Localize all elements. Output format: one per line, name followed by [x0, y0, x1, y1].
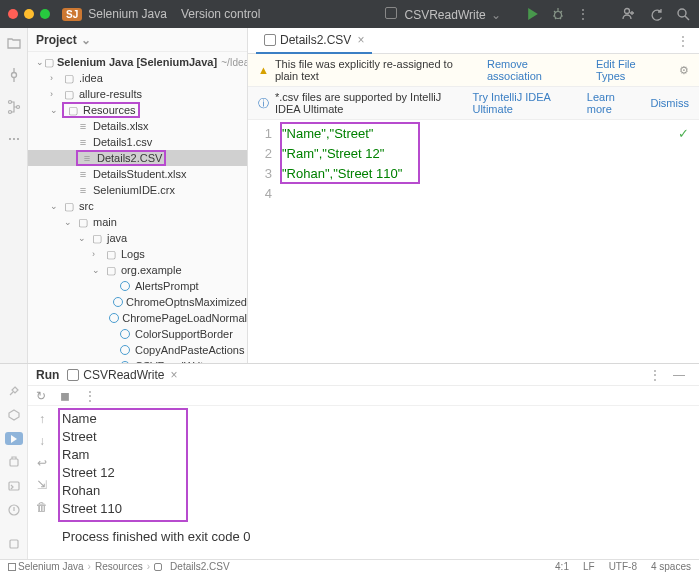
encoding[interactable]: UTF-8 [609, 561, 637, 572]
run-toolbar: ↻ ◼ ⋮ [28, 386, 699, 406]
console-output[interactable]: NameStreetRamStreet 12RohanStreet 110Pro… [56, 406, 699, 559]
indent[interactable]: 4 spaces [651, 561, 691, 572]
scroll-icon[interactable]: ⇲ [37, 478, 47, 492]
reassigned-banner: ▲ This file was explicitly re-assigned t… [248, 54, 699, 87]
editor-area: Details2.CSV × ⋮ ▲ This file was explici… [248, 28, 699, 363]
breadcrumb[interactable]: Selenium Java › Resources › Details2.CSV [18, 561, 230, 572]
run-more-icon[interactable]: ⋮ [643, 368, 667, 382]
tree-row[interactable]: ⌄▢java [28, 230, 247, 246]
tree-row[interactable]: CSVReadWrite [28, 358, 247, 363]
search-icon[interactable] [676, 7, 691, 22]
folder-icon: ▢ [62, 72, 76, 85]
tree-label: java [107, 232, 127, 244]
folder-icon: ▢ [62, 88, 76, 101]
console-side-toolbar: ↑ ↓ ↩ ⇲ 🗑 [28, 406, 56, 559]
tree-label: main [93, 216, 117, 228]
tree-row[interactable]: ›▢Logs [28, 246, 247, 262]
tree-row[interactable]: ColorSupportBorder [28, 326, 247, 342]
wrap-icon[interactable]: ↩ [37, 456, 47, 470]
build-tool-icon[interactable] [5, 384, 23, 398]
terminal-tool-icon[interactable] [5, 479, 23, 493]
more-actions-icon[interactable]: ⋮ [84, 389, 98, 403]
tree-row[interactable]: ChromePageLoadNormal [28, 310, 247, 326]
close-window-icon[interactable] [8, 9, 18, 19]
edit-file-types-link[interactable]: Edit File Types [596, 58, 660, 82]
close-icon[interactable]: × [357, 33, 364, 47]
tree-row[interactable]: ≡Details2.CSV [28, 150, 247, 166]
tree-row[interactable]: ChromeOptnsMaximized [28, 294, 247, 310]
commit-tool-icon[interactable] [5, 66, 23, 84]
tree-row[interactable]: ›▢allure-results [28, 86, 247, 102]
code-line: "Rohan","Street 110" [282, 164, 699, 184]
check-icon[interactable]: ✓ [678, 126, 689, 141]
problems-tool-icon[interactable] [5, 503, 23, 517]
dismiss-link[interactable]: Dismiss [650, 97, 689, 109]
vcs-tool-icon[interactable] [5, 537, 23, 551]
project-tool-icon[interactable] [5, 34, 23, 52]
tree-label: Logs [121, 248, 145, 260]
tree-row[interactable]: ›▢.idea [28, 70, 247, 86]
run-button[interactable] [527, 8, 539, 20]
nav-bar-icon[interactable] [8, 563, 16, 571]
tree-label: allure-results [79, 88, 142, 100]
tree-row[interactable]: ⌄▢Resources [28, 102, 247, 118]
more-tools-icon[interactable]: ⋯ [5, 130, 23, 148]
file-icon [154, 563, 162, 571]
more-button[interactable]: ⋮ [577, 7, 589, 21]
down-icon[interactable]: ↓ [39, 434, 45, 448]
tree-row[interactable]: ≡SeleniumIDE.crx [28, 182, 247, 198]
maximize-window-icon[interactable] [40, 9, 50, 19]
try-ultimate-link[interactable]: Try IntelliJ IDEA Ultimate [472, 91, 567, 115]
vcs-menu[interactable]: Version control [181, 7, 260, 21]
debug-button[interactable] [551, 7, 565, 21]
code-body[interactable]: "Name","Street""Ram","Street 12""Rohan",… [282, 120, 699, 363]
line-separator[interactable]: LF [583, 561, 595, 572]
folder-icon: ▢ [76, 216, 90, 229]
run-tool-icon[interactable] [5, 432, 23, 445]
java-class-icon [118, 345, 132, 355]
close-icon[interactable]: × [170, 368, 177, 382]
tree-row[interactable]: ≡DetailsStudent.xlsx [28, 166, 247, 182]
tree-label: Details.xlsx [93, 120, 149, 132]
clear-icon[interactable]: 🗑 [36, 500, 48, 514]
remove-association-link[interactable]: Remove association [487, 58, 575, 82]
tree-label: CSVReadWrite [135, 360, 209, 363]
tree-label: ChromeOptnsMaximized [126, 296, 247, 308]
file-icon: ≡ [80, 152, 94, 164]
tree-root[interactable]: ⌄ ▢ Selenium Java [SeleniumJava] ~/IdeaP… [28, 54, 247, 70]
learn-more-link[interactable]: Learn more [587, 91, 631, 115]
project-panel-header[interactable]: Project ⌄ [28, 28, 247, 52]
tree-row[interactable]: ⌄▢src [28, 198, 247, 214]
minimize-window-icon[interactable] [24, 9, 34, 19]
caret-position[interactable]: 4:1 [555, 561, 569, 572]
code-editor[interactable]: 1234 "Name","Street""Ram","Street 12""Ro… [248, 120, 699, 363]
code-line: "Ram","Street 12" [282, 144, 699, 164]
project-name[interactable]: Selenium Java [88, 7, 167, 21]
tree-row[interactable]: CopyAndPasteActions [28, 342, 247, 358]
services-tool-icon[interactable] [5, 408, 23, 422]
user-icon[interactable] [621, 6, 637, 22]
tree-row[interactable]: ≡Details.xlsx [28, 118, 247, 134]
console-line: Street 110 [62, 500, 693, 518]
folder-icon: ▢ [62, 200, 76, 213]
tree-row[interactable]: AlertsPrompt [28, 278, 247, 294]
gear-icon[interactable]: ⚙ [679, 64, 689, 77]
tree-row[interactable]: ⌄▢main [28, 214, 247, 230]
left-tool-rail: ⋯ [0, 28, 28, 363]
rerun-icon[interactable]: ↻ [36, 389, 50, 403]
tree-row[interactable]: ⌄▢org.example [28, 262, 247, 278]
up-icon[interactable]: ↑ [39, 412, 45, 426]
hide-icon[interactable]: — [667, 368, 691, 382]
stop-icon[interactable]: ◼ [60, 389, 74, 403]
project-tree[interactable]: ⌄ ▢ Selenium Java [SeleniumJava] ~/IdeaP… [28, 52, 247, 363]
tabs-more-icon[interactable]: ⋮ [667, 34, 699, 48]
run-config-tab[interactable]: CSVReadWrite × [67, 368, 177, 382]
tree-row[interactable]: ≡Details1.csv [28, 134, 247, 150]
debug-tool-icon[interactable] [5, 455, 23, 469]
run-config-selector[interactable]: CSVReadWrite ⌄ [385, 7, 501, 22]
java-class-icon [109, 313, 119, 323]
java-class-icon [118, 329, 132, 339]
updates-icon[interactable] [649, 7, 664, 22]
structure-tool-icon[interactable] [5, 98, 23, 116]
tab-details2-csv[interactable]: Details2.CSV × [256, 28, 372, 54]
